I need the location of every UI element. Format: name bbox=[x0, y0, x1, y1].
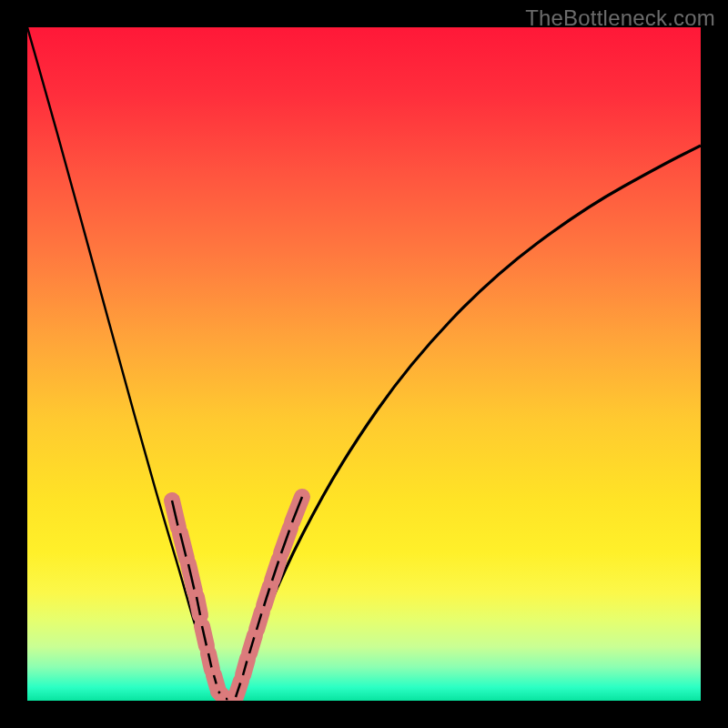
curve-layer bbox=[27, 27, 701, 701]
chart-frame: TheBottleneck.com bbox=[0, 0, 728, 728]
plot-area bbox=[27, 27, 701, 701]
watermark-text: TheBottleneck.com bbox=[525, 5, 715, 31]
beads-right bbox=[236, 497, 302, 697]
curve-right-arm bbox=[232, 146, 701, 701]
beads-left bbox=[172, 500, 226, 699]
